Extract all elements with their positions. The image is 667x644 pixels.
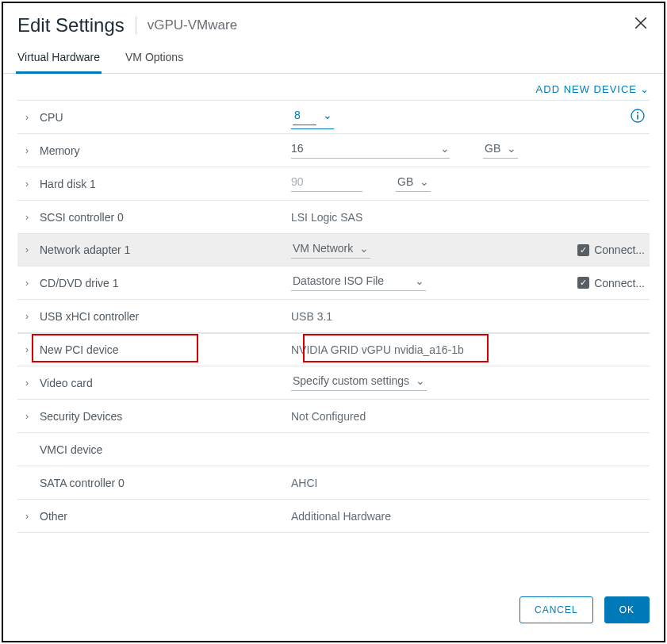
expand-cddvd[interactable]: › — [22, 278, 32, 289]
memory-unit-select[interactable]: GB ⌄ — [483, 142, 518, 159]
expand-security[interactable]: › — [22, 411, 32, 422]
close-button[interactable] — [634, 16, 650, 32]
row-security-devices: › Security Devices Not Configured — [17, 400, 650, 433]
cancel-button[interactable]: CANCEL — [519, 596, 593, 623]
chevron-down-icon: ⌄ — [415, 274, 424, 287]
video-select[interactable]: Specify custom settings ⌄ — [291, 374, 427, 391]
label-hard-disk: Hard disk 1 — [40, 178, 96, 190]
expand-pci[interactable]: › — [22, 344, 32, 355]
label-pci: New PCI device — [40, 343, 119, 356]
label-security: Security Devices — [40, 410, 122, 423]
hard-disk-unit-label: GB — [397, 175, 413, 188]
label-video: Video card — [40, 377, 93, 389]
add-new-device-label: ADD NEW DEVICE — [536, 83, 637, 95]
usb-value: USB 3.1 — [291, 310, 332, 323]
hard-disk-value-input[interactable] — [291, 175, 362, 192]
memory-input-wrap[interactable]: ⌄ — [291, 142, 450, 159]
modal-subtitle: vGPU-VMware — [148, 17, 237, 33]
security-value: Not Configured — [291, 410, 366, 423]
cddvd-connect-checkbox[interactable]: ✓ — [577, 277, 589, 289]
label-scsi: SCSI controller 0 — [40, 211, 124, 224]
cddvd-value: Datastore ISO File — [293, 274, 384, 287]
hard-disk-unit-select[interactable]: GB ⌄ — [396, 175, 431, 192]
tab-vm-options[interactable]: VM Options — [124, 44, 185, 73]
modal-header: Edit Settings vGPU-VMware — [3, 3, 664, 44]
row-network: › Network adapter 1 VM Network ⌄ ✓ Conne… — [17, 233, 650, 266]
row-hard-disk: › Hard disk 1 GB ⌄ — [17, 167, 650, 201]
svg-rect-4 — [637, 115, 638, 120]
chevron-down-icon: ⌄ — [507, 142, 516, 155]
expand-video[interactable]: › — [22, 378, 32, 389]
row-new-pci-device: › New PCI device NVIDIA GRID vGPU nvidia… — [17, 333, 650, 366]
label-cddvd: CD/DVD drive 1 — [40, 277, 119, 289]
title-separator — [136, 17, 136, 34]
expand-network[interactable]: › — [22, 244, 32, 255]
expand-hard-disk[interactable]: › — [22, 178, 32, 190]
toolbar: ADD NEW DEVICE ⌄ — [3, 74, 664, 100]
sata-value: AHCI — [291, 477, 317, 489]
network-connect-label: Connect... — [594, 243, 645, 256]
cddvd-connect-label: Connect... — [594, 277, 645, 289]
add-new-device-button[interactable]: ADD NEW DEVICE ⌄ — [536, 83, 650, 95]
chevron-down-icon: ⌄ — [359, 242, 369, 255]
expand-usb[interactable]: › — [22, 311, 32, 322]
label-usb: USB xHCI controller — [40, 310, 139, 323]
network-select[interactable]: VM Network ⌄ — [291, 242, 370, 259]
cpu-select[interactable]: ⌄ — [291, 105, 334, 129]
label-other: Other — [40, 510, 67, 523]
device-rows: › CPU ⌄ › Memory — [17, 100, 650, 533]
pci-value: NVIDIA GRID vGPU nvidia_a16-1b — [291, 343, 464, 356]
chevron-down-icon: ⌄ — [420, 175, 429, 188]
chevron-down-icon: ⌄ — [416, 374, 425, 387]
info-icon[interactable] — [631, 109, 645, 125]
video-value: Specify custom settings — [293, 374, 409, 387]
memory-unit-label: GB — [485, 142, 500, 155]
modal-footer: CANCEL OK — [3, 579, 664, 641]
chevron-down-icon: ⌄ — [640, 83, 650, 95]
row-cpu: › CPU ⌄ — [17, 101, 650, 134]
expand-memory[interactable]: › — [22, 145, 32, 156]
row-vmci: VMCI device — [17, 433, 650, 466]
memory-value-input[interactable] — [291, 142, 323, 155]
tab-bar: Virtual Hardware VM Options — [3, 44, 664, 74]
network-connect-checkbox[interactable]: ✓ — [577, 244, 589, 256]
row-memory: › Memory ⌄ GB ⌄ — [17, 134, 650, 167]
label-network: Network adapter 1 — [40, 243, 130, 256]
expand-other[interactable]: › — [22, 511, 32, 522]
expand-scsi[interactable]: › — [22, 212, 32, 223]
scsi-value: LSI Logic SAS — [291, 211, 362, 224]
cpu-value-input[interactable] — [293, 105, 316, 125]
edit-settings-modal: Edit Settings vGPU-VMware Virtual Hardwa… — [2, 2, 665, 642]
chevron-down-icon: ⌄ — [440, 142, 450, 155]
ok-button[interactable]: OK — [604, 596, 650, 623]
cddvd-select[interactable]: Datastore ISO File ⌄ — [291, 274, 426, 291]
form-body: › CPU ⌄ › Memory — [3, 100, 664, 579]
label-sata: SATA controller 0 — [40, 477, 125, 489]
chevron-down-icon: ⌄ — [323, 109, 332, 121]
label-memory: Memory — [40, 144, 80, 157]
other-value: Additional Hardware — [291, 510, 391, 523]
row-usb: › USB xHCI controller USB 3.1 — [17, 300, 650, 333]
row-cddvd: › CD/DVD drive 1 Datastore ISO File ⌄ ✓ … — [17, 266, 650, 300]
close-icon — [634, 16, 648, 30]
svg-point-3 — [637, 112, 638, 113]
network-value: VM Network — [293, 242, 353, 255]
row-scsi: › SCSI controller 0 LSI Logic SAS — [17, 201, 650, 234]
info-circle-icon — [631, 109, 645, 123]
expand-cpu[interactable]: › — [22, 112, 32, 123]
tab-virtual-hardware[interactable]: Virtual Hardware — [16, 44, 102, 73]
modal-title: Edit Settings — [17, 14, 125, 36]
label-cpu: CPU — [40, 111, 63, 124]
row-video-card: › Video card Specify custom settings ⌄ — [17, 366, 650, 400]
row-sata: SATA controller 0 AHCI — [17, 466, 650, 500]
row-other: › Other Additional Hardware — [17, 500, 650, 533]
label-vmci: VMCI device — [40, 443, 102, 456]
